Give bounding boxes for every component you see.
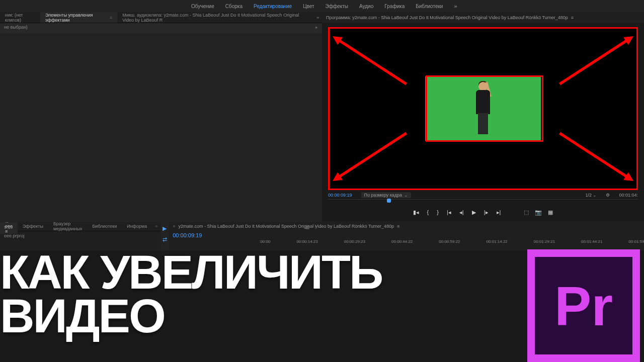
export-frame-icon[interactable]: ⇪ — [314, 225, 318, 230]
tab-overflow[interactable]: » — [313, 12, 322, 23]
ripple-tool-icon[interactable]: ⇄ — [160, 235, 169, 243]
time-mark: 00:00:44:22 — [391, 239, 413, 247]
program-monitor[interactable] — [328, 27, 638, 190]
effect-controls-header: не выбран) ▸ — [0, 23, 322, 33]
tab-color[interactable]: Цвет — [303, 4, 314, 9]
thumbnail-overlay: КАК УВЕЛИЧИТЬ ВИДЕО Pr — [0, 250, 644, 362]
go-to-out-icon[interactable]: ▸| — [497, 209, 501, 216]
tab-audio-mixer[interactable]: Микш. аудиоклипа: y2mate.com - Shia LaBe… — [117, 12, 313, 23]
tab-editing[interactable]: Редактирование — [254, 4, 292, 9]
main-row: ник: (нет клипов) Элементы управления эф… — [0, 12, 644, 221]
overflow-icon[interactable]: » — [454, 3, 457, 9]
program-title: Программа: y2mate.com - Shia LaBeouf Jus… — [326, 15, 568, 20]
step-forward-icon[interactable]: |▸ — [484, 209, 489, 216]
extract-icon[interactable]: ▦ — [548, 209, 553, 216]
program-timecode[interactable]: 00:00:09:19 — [328, 193, 352, 198]
annotation-arrow-bl — [330, 129, 409, 185]
annotation-arrow-br — [557, 129, 636, 185]
tab-graphics[interactable]: Графика — [384, 4, 405, 9]
wrench-icon[interactable]: ⚙ — [606, 193, 610, 198]
resolution-dropdown[interactable]: 1/2 ⌄ — [585, 193, 597, 198]
source-timecode: 9:19 — [4, 225, 13, 230]
playhead-icon[interactable] — [387, 199, 391, 203]
effect-controls-body — [0, 33, 322, 222]
tab-libraries[interactable]: Библиотеки — [416, 4, 443, 9]
play-icon[interactable]: ▶ — [472, 209, 476, 216]
tab-effects[interactable]: Эффекты — [326, 4, 348, 9]
time-mark: 00:01:59:21 — [628, 239, 644, 247]
program-panel: Программа: y2mate.com - Shia LaBeouf Jus… — [322, 12, 644, 221]
program-scrubber[interactable] — [328, 199, 638, 206]
workspace-tabs-bar: Обучение Сборка Редактирование Цвет Эффе… — [0, 0, 644, 12]
time-mark: 00:00:59:22 — [439, 239, 460, 247]
source-footer: 9:19 ▦ ⇪ — [0, 222, 322, 232]
go-to-in-icon[interactable]: |◂ — [447, 209, 451, 216]
project-file-label: eee.prproj — [0, 231, 160, 240]
mark-in-icon[interactable]: ▮◂ — [413, 209, 419, 216]
transport-controls: ▮◂ { } |◂ ◂| ▶ |▸ ▸| ⬚ 📷 ▦ — [328, 207, 638, 218]
camera-icon[interactable]: 📷 — [535, 209, 542, 216]
time-mark: 00:01:14:22 — [487, 239, 508, 247]
tab-effect-controls[interactable]: Элементы управления эффектами≡ — [40, 12, 117, 23]
mark-bracket-out-icon[interactable]: } — [437, 209, 439, 216]
lift-icon[interactable]: ⬚ — [524, 209, 529, 216]
premiere-logo: Pr — [527, 249, 640, 362]
seq-menu-icon[interactable]: ≡ — [397, 224, 399, 229]
footer-icon-1[interactable]: ▦ — [305, 225, 310, 230]
program-controls: 00:00:09:19 По размеру кадра⌄ 1/2 ⌄ ⚙ 00… — [322, 191, 644, 219]
tab-learning[interactable]: Обучение — [191, 4, 214, 9]
timeline-timecode[interactable]: 00:00:09:19 — [169, 231, 644, 239]
no-clip-label: не выбран) — [4, 25, 28, 32]
step-back-icon[interactable]: ◂| — [459, 209, 464, 216]
program-header: Программа: y2mate.com - Shia LaBeouf Jus… — [322, 12, 644, 23]
time-mark: 00:01:44:21 — [581, 239, 602, 247]
panel-menu-icon[interactable]: ≡ — [110, 15, 112, 20]
chevron-right-icon[interactable]: ▸ — [315, 25, 318, 32]
annotation-arrow-tr — [557, 32, 636, 87]
chevron-down-icon: ⌄ — [404, 193, 408, 198]
zoom-fit-dropdown[interactable]: По размеру кадра⌄ — [361, 192, 412, 198]
time-mark: 00:01:29:21 — [534, 239, 555, 247]
annotation-arrow-tl — [330, 32, 409, 87]
tab-assembly[interactable]: Сборка — [225, 4, 243, 9]
tab-source[interactable]: ник: (нет клипов) — [0, 12, 40, 23]
program-duration: 00:01:04: — [619, 193, 638, 198]
annotation-inner-rect — [426, 75, 543, 142]
program-menu-icon[interactable]: ≡ — [571, 15, 574, 20]
tab-audio[interactable]: Аудио — [359, 4, 373, 9]
overlay-title: КАК УВЕЛИЧИТЬ ВИДЕО — [0, 250, 382, 338]
mark-bracket-in-icon[interactable]: { — [427, 209, 429, 216]
source-panel-tabs: ник: (нет клипов) Элементы управления эф… — [0, 12, 322, 23]
left-stack: ник: (нет клипов) Элементы управления эф… — [0, 12, 322, 221]
